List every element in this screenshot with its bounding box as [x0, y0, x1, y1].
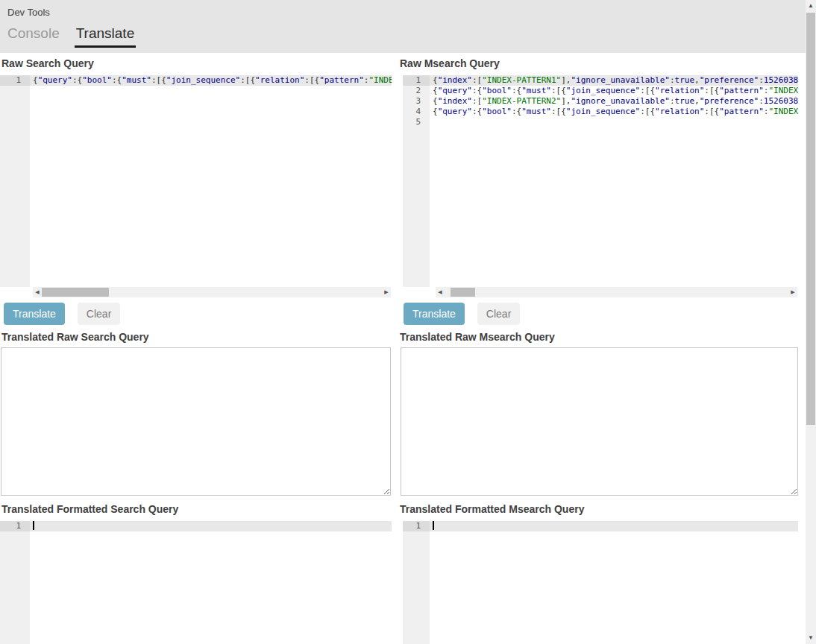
tab-bar: Console Translate — [6, 25, 806, 48]
editor-code[interactable] — [30, 521, 392, 644]
scroll-right-icon[interactable]: ▶ — [382, 287, 391, 297]
scrollbar-thumb[interactable] — [451, 288, 475, 297]
code-line[interactable]: {"index":["INDEX-PATTERN1"],"ignore_unav… — [430, 75, 798, 86]
scroll-left-icon[interactable]: ◀ — [436, 287, 445, 297]
formatted-search-editor[interactable]: 1 — [0, 521, 392, 644]
line-number: 3 — [403, 96, 430, 107]
formatted-msearch-editor[interactable]: 1 — [403, 521, 798, 644]
translate-msearch-button[interactable]: Translate — [404, 303, 465, 325]
code-line[interactable]: {"query":{"bool":{"must":[{"join_sequenc… — [433, 107, 798, 117]
translated-raw-msearch-heading: Translated Raw Msearch Query — [400, 331, 798, 344]
line-number: 2 — [403, 86, 430, 96]
raw-msearch-editor[interactable]: 12345 {"index":["INDEX-PATTERN1"],"ignor… — [403, 75, 798, 297]
horizontal-scrollbar: ◀ ▶ — [436, 287, 797, 297]
code-line[interactable]: {"index":["INDEX-PATTERN2"],"ignore_unav… — [433, 96, 798, 107]
translated-raw-msearch-textarea[interactable] — [401, 347, 798, 496]
tab-translate[interactable]: Translate — [75, 25, 136, 48]
tab-console[interactable]: Console — [6, 25, 61, 48]
line-number: 4 — [403, 107, 430, 117]
code-line[interactable] — [433, 117, 798, 127]
msearch-actions: Translate Clear — [404, 303, 798, 325]
line-number: 1 — [403, 75, 430, 86]
scroll-right-icon[interactable]: ▶ — [788, 287, 797, 297]
scrollbar-track[interactable] — [42, 287, 382, 297]
raw-search-editor[interactable]: 1 {"query":{"bool":{"must":[{"join_seque… — [0, 75, 392, 297]
clear-search-button[interactable]: Clear — [78, 303, 120, 325]
main-columns: Raw Search Query 1 {"query":{"bool":{"mu… — [0, 57, 806, 644]
raw-msearch-query-heading: Raw Msearch Query — [400, 57, 798, 70]
clear-msearch-button[interactable]: Clear — [477, 303, 520, 325]
vertical-scrollbar: ▲ ▼ — [806, 0, 816, 644]
page-content: Dev Tools Console Translate Raw Search Q… — [0, 0, 806, 644]
search-actions: Translate Clear — [4, 303, 392, 325]
scroll-down-icon[interactable]: ▼ — [806, 632, 816, 644]
code-line[interactable]: {"query":{"bool":{"must":[{"join_sequenc… — [30, 75, 392, 86]
horizontal-scrollbar: ◀ ▶ — [33, 287, 391, 297]
editor-gutter: 1 — [0, 75, 30, 287]
scrollbar-thumb[interactable] — [42, 288, 109, 297]
header: Dev Tools Console Translate — [0, 0, 806, 53]
scroll-up-icon[interactable]: ▲ — [806, 0, 816, 12]
code-line[interactable] — [30, 521, 392, 531]
raw-search-query-heading: Raw Search Query — [1, 57, 392, 70]
app-title: Dev Tools — [7, 7, 806, 18]
translated-raw-search-heading: Translated Raw Search Query — [1, 331, 392, 344]
text-cursor — [433, 521, 434, 530]
translate-search-button[interactable]: Translate — [4, 303, 65, 325]
line-number: 5 — [403, 117, 430, 127]
line-number: 1 — [0, 75, 30, 86]
editor-gutter: 12345 — [403, 75, 430, 287]
translated-raw-search-textarea[interactable] — [1, 347, 391, 496]
editor-code[interactable]: {"query":{"bool":{"must":[{"join_sequenc… — [30, 75, 392, 287]
msearch-column: Raw Msearch Query 12345 {"index":["INDEX… — [400, 57, 798, 644]
editor-gutter: 1 — [0, 521, 30, 644]
code-line[interactable]: {"query":{"bool":{"must":[{"join_sequenc… — [433, 86, 798, 96]
text-cursor — [33, 521, 34, 530]
code-line[interactable] — [430, 521, 798, 531]
scroll-left-icon[interactable]: ◀ — [33, 287, 42, 297]
vertical-scrollbar-thumb[interactable] — [806, 13, 815, 425]
editor-gutter: 1 — [403, 521, 430, 644]
editor-code[interactable] — [430, 521, 798, 644]
translated-formatted-search-heading: Translated Formatted Search Query — [1, 503, 392, 516]
search-column: Raw Search Query 1 {"query":{"bool":{"mu… — [0, 57, 392, 644]
scrollbar-track[interactable] — [445, 287, 788, 297]
line-number: 1 — [0, 521, 30, 531]
line-number: 1 — [403, 521, 430, 531]
translated-formatted-msearch-heading: Translated Formatted Msearch Query — [400, 503, 798, 516]
editor-code[interactable]: {"index":["INDEX-PATTERN1"],"ignore_unav… — [430, 75, 798, 287]
